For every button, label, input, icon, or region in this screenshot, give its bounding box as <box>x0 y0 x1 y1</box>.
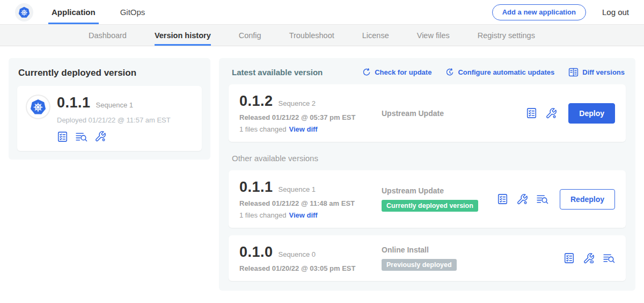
tab-gitops[interactable]: GitOps <box>117 0 149 24</box>
latest-version-header: Latest available version Check for updat… <box>229 67 626 77</box>
deploy-button[interactable]: Deploy <box>568 103 615 124</box>
version-info: 0.1.2 Sequence 2 Released 01/21/22 @ 05:… <box>239 93 382 133</box>
diff-versions-link[interactable]: Diff versions <box>568 68 625 77</box>
subnav-tab-registry-settings-label: Registry settings <box>478 31 535 40</box>
preflight-checks-icon[interactable] <box>564 252 575 264</box>
version-actions: Deploy <box>526 103 615 124</box>
view-diff-link[interactable]: View diff <box>289 211 317 219</box>
version-source: Online Install Previously deployed <box>382 246 564 271</box>
version-row-0-1-1: 0.1.1 Sequence 1 Released 01/21/22 @ 11:… <box>229 170 626 228</box>
source-label: Upstream Update <box>382 109 526 118</box>
redeploy-button[interactable]: Redeploy <box>560 189 615 210</box>
header-tabs: Application GitOps <box>48 0 166 24</box>
check-for-update-label: Check for update <box>375 68 431 76</box>
subnav-tab-version-history[interactable]: Version history <box>155 25 211 46</box>
currently-deployed-badge: Currently deployed version <box>382 200 478 212</box>
refresh-icon <box>362 68 371 77</box>
previously-deployed-badge: Previously deployed <box>382 259 457 271</box>
tab-application[interactable]: Application <box>48 0 99 24</box>
version-source: Upstream Update <box>382 109 526 118</box>
version-number: 0.1.1 <box>239 179 273 196</box>
subnav-tab-config-label: Config <box>239 31 261 40</box>
version-source: Upstream Update Currently deployed versi… <box>382 186 497 212</box>
subnav-tab-config[interactable]: Config <box>239 25 261 46</box>
deploy-logs-icon[interactable] <box>75 131 87 142</box>
version-row-0-1-0: 0.1.0 Sequence 0 Released 01/20/22 @ 03:… <box>229 235 626 281</box>
app-logo <box>26 95 50 119</box>
version-history-panel: Latest available version Check for updat… <box>219 58 635 291</box>
currently-deployed-title: Currently deployed version <box>18 68 202 78</box>
deploy-logs-icon[interactable] <box>536 193 548 205</box>
app-subnav: Dashboard Version history Config Trouble… <box>0 25 644 46</box>
edit-config-icon[interactable] <box>94 131 106 142</box>
released-timestamp: Released 01/21/22 @ 05:37 pm EST <box>239 113 382 121</box>
deployed-version-info: 0.1.1 Sequence 1 Deployed 01/21/22 @ 11:… <box>57 95 171 142</box>
source-label: Online Install <box>382 246 564 254</box>
version-sequence: Sequence 2 <box>279 99 316 107</box>
deploy-logs-icon[interactable] <box>603 252 615 264</box>
released-timestamp: Released 01/21/22 @ 11:48 am EST <box>239 199 382 207</box>
kubernetes-logo <box>15 3 33 21</box>
version-info: 0.1.0 Sequence 0 Released 01/20/22 @ 03:… <box>239 244 382 272</box>
currently-deployed-panel: Currently deployed version 0.1.1 Sequenc… <box>9 58 210 160</box>
other-versions-heading: Other available versions <box>232 154 625 163</box>
main-content: Currently deployed version 0.1.1 Sequenc… <box>0 46 644 291</box>
version-number: 0.1.2 <box>239 93 273 110</box>
subnav-tab-dashboard[interactable]: Dashboard <box>89 25 127 46</box>
subnav-tab-dashboard-label: Dashboard <box>89 31 127 40</box>
files-changed: 1 files changed <box>239 125 286 133</box>
preflight-checks-icon[interactable] <box>526 107 537 119</box>
version-actions <box>564 252 615 264</box>
version-number: 0.1.0 <box>239 244 273 261</box>
version-sequence: Sequence 1 <box>279 185 316 193</box>
header-spacer <box>166 0 492 24</box>
diff-versions-icon <box>568 68 579 77</box>
currently-deployed-card: 0.1.1 Sequence 1 Deployed 01/21/22 @ 11:… <box>17 86 202 151</box>
deployed-timestamp: Deployed 01/21/22 @ 11:57 am EST <box>57 116 171 124</box>
subnav-tab-license-label: License <box>362 31 389 40</box>
version-sequence: Sequence 0 <box>279 250 316 258</box>
subnav-tab-license[interactable]: License <box>362 25 389 46</box>
subnav-tab-version-history-label: Version history <box>155 31 211 40</box>
source-label: Upstream Update <box>382 186 497 195</box>
latest-version-heading: Latest available version <box>232 68 323 77</box>
subnav-tab-troubleshoot[interactable]: Troubleshoot <box>289 25 334 46</box>
diff-versions-label: Diff versions <box>582 68 625 76</box>
add-application-button[interactable]: Add a new application <box>492 4 586 20</box>
subnav-tab-troubleshoot-label: Troubleshoot <box>289 31 334 40</box>
kubernetes-logo-icon <box>17 5 31 19</box>
view-diff-link[interactable]: View diff <box>289 125 317 133</box>
version-actions: Check for update Configure automatic upd… <box>362 68 625 77</box>
check-for-update-link[interactable]: Check for update <box>362 68 431 77</box>
tab-application-label: Application <box>52 8 96 17</box>
subnav-tab-view-files[interactable]: View files <box>417 25 450 46</box>
subnav-tab-registry-settings[interactable]: Registry settings <box>478 25 535 46</box>
version-info: 0.1.1 Sequence 1 Released 01/21/22 @ 11:… <box>239 179 382 219</box>
tab-gitops-label: GitOps <box>120 8 145 17</box>
auto-update-schedule-icon <box>445 68 454 77</box>
files-changed: 1 files changed <box>239 211 286 219</box>
configure-automatic-updates-link[interactable]: Configure automatic updates <box>445 68 554 77</box>
edit-config-icon[interactable] <box>545 107 557 119</box>
released-timestamp: Released 01/20/22 @ 03:05 pm EST <box>239 264 382 272</box>
logout-button[interactable]: Log out <box>602 8 629 17</box>
subnav-tab-view-files-label: View files <box>417 31 450 40</box>
preflight-checks-icon[interactable] <box>497 193 508 205</box>
deployed-version-number: 0.1.1 <box>57 95 91 111</box>
edit-config-icon[interactable] <box>516 193 528 205</box>
version-actions: Redeploy <box>497 189 615 210</box>
app-header: Application GitOps Add a new application… <box>0 0 644 25</box>
deployed-sequence: Sequence 1 <box>96 101 133 109</box>
preflight-checks-icon[interactable] <box>57 131 68 142</box>
kubernetes-logo-icon <box>28 97 48 117</box>
view-config-icon[interactable] <box>583 252 595 264</box>
version-row-0-1-2: 0.1.2 Sequence 2 Released 01/21/22 @ 05:… <box>229 84 626 142</box>
configure-automatic-updates-label: Configure automatic updates <box>458 68 554 76</box>
